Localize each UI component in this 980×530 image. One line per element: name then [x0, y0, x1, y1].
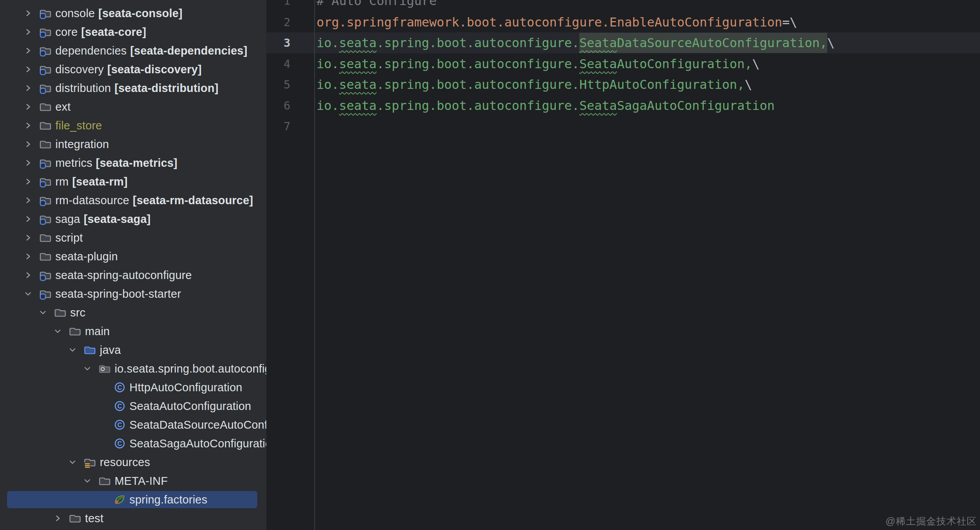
class-icon: C	[113, 381, 126, 394]
code-token: .spring.boot.autoconfigure.HttpAutoConfi…	[377, 77, 745, 92]
chevron-right-icon[interactable]	[24, 119, 32, 132]
chevron-right-icon[interactable]	[24, 26, 32, 38]
tree-item-name: spring.factories	[129, 493, 207, 506]
tree-item-httpautoconfiguration[interactable]: CHttpAutoConfiguration	[0, 378, 266, 397]
module-folder-icon	[39, 269, 52, 281]
code-line[interactable]: io.seata.spring.boot.autoconfigure.HttpA…	[317, 77, 752, 92]
chevron-right-icon[interactable]	[24, 213, 32, 225]
code-token: seata	[339, 35, 377, 50]
chevron-right-icon[interactable]	[24, 82, 32, 94]
tree-item-seatasagaautoconfiguration[interactable]: CSeataSagaAutoConfiguration	[0, 434, 266, 453]
tree-item-main[interactable]: main	[0, 322, 266, 341]
code-line[interactable]: # Auto Configure	[317, 0, 437, 9]
tree-item-seata-spring-boot-starter[interactable]: seata-spring-boot-starter	[0, 284, 266, 303]
tree-item-distribution[interactable]: distribution[seata-distribution]	[0, 79, 266, 97]
tree-item-spring-factories[interactable]: spring.factories	[0, 490, 266, 509]
chevron-down-icon[interactable]	[39, 306, 47, 319]
tree-item-label: test	[85, 512, 104, 525]
line-number[interactable]: 2	[266, 14, 290, 30]
chevron-right-icon[interactable]	[24, 175, 32, 188]
tree-item-label: metrics[seata-metrics]	[55, 157, 177, 170]
tree-item-label: seata-spring-autoconfigure	[55, 269, 192, 282]
tree-item-rm[interactable]: rm[seata-rm]	[0, 172, 266, 191]
tree-item-metrics[interactable]: metrics[seata-metrics]	[0, 154, 266, 172]
tree-item-label: main	[85, 325, 110, 338]
folder-icon	[39, 250, 52, 263]
chevron-right-icon[interactable]	[24, 157, 32, 169]
chevron-right-icon[interactable]	[24, 231, 32, 244]
chevron-down-icon[interactable]	[68, 344, 77, 356]
tree-item-name: seata-spring-boot-starter	[55, 288, 181, 300]
tree-item-core[interactable]: core[seata-core]	[0, 23, 266, 41]
tree-item-meta-inf[interactable]: META-INF	[0, 472, 266, 490]
tree-item-module-suffix: [seata-dependencies]	[130, 44, 248, 57]
twisty-spacer	[98, 437, 106, 450]
code-token: Seata	[579, 33, 617, 53]
tree-item-label: seata-spring-boot-starter	[55, 288, 181, 300]
line-number[interactable]: 4	[266, 56, 290, 72]
code-line[interactable]: io.seata.spring.boot.autoconfigure.Seata…	[317, 35, 835, 51]
tree-item-seatadatasourceautoconfiguration[interactable]: CSeataDataSourceAutoConfiguration	[0, 415, 266, 434]
chevron-down-icon[interactable]	[83, 475, 92, 487]
chevron-right-icon[interactable]	[24, 138, 32, 150]
chevron-down-icon[interactable]	[83, 362, 92, 375]
folder-icon	[39, 231, 52, 244]
tree-item-test[interactable]: test	[0, 509, 266, 528]
chevron-right-icon[interactable]	[24, 101, 32, 113]
tree-item-seata-spring-autoconfigure[interactable]: seata-spring-autoconfigure	[0, 266, 266, 284]
chevron-down-icon[interactable]	[53, 325, 62, 337]
chevron-right-icon[interactable]	[24, 250, 32, 263]
code-token: SagaAutoConfiguration	[617, 98, 775, 113]
tree-item-rm-datasource[interactable]: rm-datasource[seata-rm-datasource]	[0, 191, 266, 210]
code-token: AutoConfiguration,	[617, 57, 752, 71]
tree-item-discovery[interactable]: discovery[seata-discovery]	[0, 60, 266, 79]
chevron-right-icon[interactable]	[24, 269, 32, 281]
tree-item-name: script	[55, 231, 83, 244]
tree-item-name: saga	[55, 213, 80, 225]
tree-item-script[interactable]: script	[0, 228, 266, 247]
code-token: DataSourceAutoConfiguration,	[617, 33, 827, 53]
tree-item-module-suffix: [seata-discovery]	[107, 63, 202, 76]
line-number[interactable]: 5	[266, 77, 290, 92]
tree-item-label: integration	[55, 138, 109, 151]
line-number[interactable]: 7	[266, 118, 290, 134]
tree-item-file-store[interactable]: file_store	[0, 116, 266, 135]
code-token: io.	[317, 35, 339, 50]
code-token: Seata	[579, 98, 617, 113]
code-line[interactable]: io.seata.spring.boot.autoconfigure.Seata…	[317, 56, 760, 72]
tree-item-integration[interactable]: integration	[0, 135, 266, 154]
tree-item-saga[interactable]: saga[seata-saga]	[0, 210, 266, 228]
tree-item-console[interactable]: console[seata-console]	[0, 4, 266, 23]
code-token: seata	[339, 98, 377, 113]
chevron-right-icon[interactable]	[24, 44, 32, 57]
code-line[interactable]: org.springframework.boot.autoconfigure.E…	[317, 14, 797, 30]
tree-item-name: integration	[55, 138, 109, 150]
chevron-down-icon[interactable]	[24, 288, 32, 300]
tree-item-io-seata-spring-boot-autoconfigure[interactable]: io.seata.spring.boot.autoconfigure	[0, 359, 266, 378]
tree-item-ext[interactable]: ext	[0, 97, 266, 116]
code-line[interactable]: io.seata.spring.boot.autoconfigure.Seata…	[317, 98, 775, 113]
tree-item-seataautoconfiguration[interactable]: CSeataAutoConfiguration	[0, 397, 266, 415]
line-number[interactable]: 3	[266, 35, 290, 51]
module-folder-icon	[39, 63, 52, 76]
tree-item-name: discovery	[55, 63, 104, 76]
tree-item-resources[interactable]: resources	[0, 453, 266, 472]
code-token: # Auto Configure	[317, 0, 437, 8]
chevron-right-icon[interactable]	[53, 512, 62, 525]
line-number[interactable]: 6	[266, 98, 290, 113]
tree-item-src[interactable]: src	[0, 303, 266, 322]
tree-item-dependencies[interactable]: dependencies[seata-dependencies]	[0, 41, 266, 60]
project-tree[interactable]: console[seata-console]core[seata-core]de…	[0, 0, 266, 530]
tree-item-name: file_store	[55, 119, 102, 132]
tree-item-java[interactable]: java	[0, 341, 266, 359]
chevron-down-icon[interactable]	[68, 456, 77, 468]
chevron-right-icon[interactable]	[24, 7, 32, 19]
line-number[interactable]: 1	[266, 0, 290, 9]
chevron-right-icon[interactable]	[24, 194, 32, 207]
tree-item-name: SeataSagaAutoConfiguration	[129, 437, 266, 450]
code-token: seata	[339, 77, 377, 92]
editor-pane[interactable]: 1# Auto Configure2org.springframework.bo…	[266, 0, 980, 530]
chevron-right-icon[interactable]	[24, 63, 32, 76]
tree-item-seata-plugin[interactable]: seata-plugin	[0, 247, 266, 266]
tree-item-name: src	[70, 306, 85, 319]
